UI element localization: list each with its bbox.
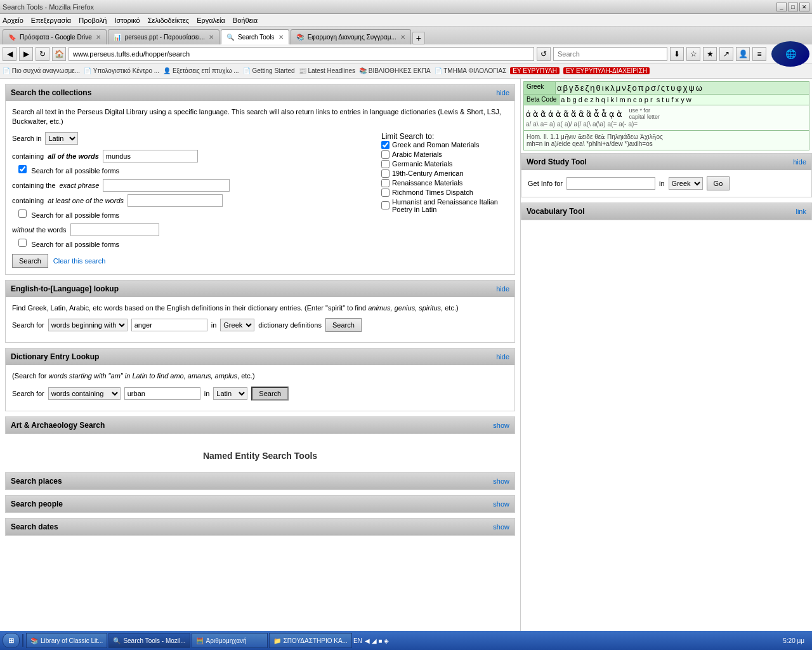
clear-search-link[interactable]: Clear this search: [53, 257, 106, 265]
bookmark-eurypyli-diah[interactable]: EY ΕΥΡΥΠΥΛΗ-ΔΙΑΧΕΙΡΙΣΗ: [563, 67, 650, 74]
dictionary-lookup-hide[interactable]: hide: [496, 353, 509, 361]
acc-10[interactable]: ἆ: [594, 109, 599, 119]
menu-tools[interactable]: Εργαλεία: [197, 17, 225, 24]
menu-view[interactable]: Προβολή: [79, 17, 107, 24]
possible-forms-checkbox-4[interactable]: [18, 239, 27, 247]
greek-iota[interactable]: ι: [602, 83, 604, 93]
search-people-show[interactable]: show: [493, 500, 509, 508]
english-search-type-select[interactable]: words beginning with words containing ex…: [48, 319, 128, 331]
tab-search-tools[interactable]: 🔍 Search Tools ✕: [221, 29, 289, 44]
reload-button[interactable]: ↻: [36, 47, 49, 61]
bookmark-eurypyli[interactable]: EY ΕΥΡΥΠΥΛΗ: [510, 67, 560, 74]
greek-sigma2[interactable]: /: [657, 83, 660, 93]
acc-13[interactable]: ἁ: [617, 109, 622, 119]
menu-file[interactable]: Αρχείο: [3, 17, 23, 24]
word-study-lang-select[interactable]: Greek Latin Arabic: [669, 177, 703, 190]
greek-nu[interactable]: ν: [622, 83, 626, 93]
bookmark-exetaseis[interactable]: 👤 Εξετάσεις επί πτυχίω ...: [163, 67, 239, 74]
english-lang-select[interactable]: Greek Latin Arabic: [220, 319, 254, 331]
bookmark-synchna[interactable]: 📄 Πιο συχνά αναγνωσμε...: [3, 67, 80, 74]
language-select[interactable]: Latin Greek: [45, 132, 78, 145]
greek-zeta[interactable]: ζ: [586, 83, 589, 93]
bookmarks-star-icon[interactable]: ☆: [686, 47, 700, 61]
bookmark-getting-started[interactable]: 📄 Getting Started: [243, 67, 295, 74]
window-controls[interactable]: _ □ ✕: [776, 3, 809, 11]
close-button[interactable]: ✕: [799, 3, 809, 11]
menu-edit[interactable]: Επεξεργασία: [31, 17, 71, 24]
acc-5[interactable]: ἁ: [556, 109, 561, 119]
tab-close-icon[interactable]: ✕: [209, 34, 214, 41]
greek-omega[interactable]: ω: [696, 83, 702, 93]
limit-19th-checkbox[interactable]: [381, 169, 390, 178]
bookmark-latest[interactable]: 📰 Latest Headlines: [299, 67, 355, 74]
search-places-show[interactable]: show: [493, 477, 509, 485]
greek-upsilon[interactable]: υ: [671, 83, 675, 93]
bookmark-ypolog[interactable]: 📄 Υπολογιστικό Κέντρο ...: [84, 67, 159, 74]
greek-sigma3[interactable]: ς: [661, 83, 665, 93]
possible-forms-checkbox-1[interactable]: [18, 165, 27, 173]
possible-forms-checkbox-3[interactable]: [18, 209, 27, 218]
greek-xi[interactable]: ξ: [627, 83, 631, 93]
containing-all-input[interactable]: [103, 150, 198, 162]
dict-search-type-select[interactable]: words containing words starting with exa…: [48, 387, 121, 400]
home-button[interactable]: 🏠: [52, 47, 66, 61]
without-input[interactable]: [70, 223, 159, 236]
exact-phrase-input[interactable]: [103, 179, 230, 192]
limit-humanist-checkbox[interactable]: [381, 201, 390, 209]
dict-lang-select[interactable]: Latin Greek Arabic: [213, 387, 247, 400]
new-tab-button[interactable]: +: [412, 32, 425, 44]
tab-perseus[interactable]: 📊 perseus.ppt - Παρουσίασει... ✕: [108, 29, 219, 44]
greek-psi[interactable]: ψ: [689, 83, 695, 93]
bookmark-vivlioth[interactable]: 📚 ΒΙΒΛΙΟΘΗΚΕΣ ΕΚΠΑ: [359, 67, 431, 74]
greek-tau[interactable]: τ: [666, 83, 669, 93]
greek-alpha[interactable]: α: [557, 83, 562, 93]
greek-beta[interactable]: β: [563, 83, 568, 93]
greek-theta[interactable]: θ: [596, 83, 601, 93]
acc-4[interactable]: ἀ: [548, 109, 554, 119]
browser-search-input[interactable]: [553, 47, 667, 61]
greek-pi[interactable]: π: [638, 83, 644, 93]
tab-close-icon[interactable]: ✕: [96, 34, 101, 41]
acc-6[interactable]: ἄ: [563, 109, 569, 119]
word-study-go-button[interactable]: Go: [707, 176, 730, 190]
taskbar-spoud[interactable]: 📁 ΣΠΟΥΔΑΣΤΗΡΙΟ ΚΑ...: [269, 633, 352, 648]
word-study-input[interactable]: [566, 177, 655, 190]
english-lookup-hide[interactable]: hide: [496, 285, 509, 293]
tab-efarmogi[interactable]: 📚 Εφαρμογη Διανομης Συγγραμ... ✕: [291, 29, 411, 44]
search-collections-hide[interactable]: hide: [496, 89, 509, 96]
greek-kappa[interactable]: κ: [605, 83, 610, 93]
greek-sigma[interactable]: σ: [651, 83, 656, 93]
english-search-button[interactable]: Search: [325, 318, 362, 332]
forward-button[interactable]: ▶: [19, 47, 33, 61]
taskbar-library[interactable]: 📚 Library of Classic Lit...: [26, 633, 107, 648]
acc-11[interactable]: ἇ: [601, 109, 607, 119]
tab-google-drive[interactable]: 🔖 Πρόσφατα - Google Drive ✕: [3, 29, 107, 44]
start-button[interactable]: ⊞: [3, 633, 20, 648]
english-search-input[interactable]: [131, 319, 207, 331]
dict-search-input[interactable]: [124, 387, 200, 400]
taskbar-search-tools[interactable]: 🔍 Search Tools - Mozil...: [108, 633, 190, 648]
acc-8[interactable]: ἂ: [579, 109, 584, 119]
menu-icon[interactable]: ≡: [752, 47, 766, 61]
menu-history[interactable]: Ιστορικό: [114, 17, 140, 24]
acc-3[interactable]: ᾶ: [540, 109, 546, 119]
limit-renaissance-checkbox[interactable]: [381, 179, 390, 187]
greek-mu[interactable]: μ: [616, 83, 621, 93]
vocabulary-link[interactable]: link: [796, 208, 806, 215]
tab-close-icon[interactable]: ✕: [400, 34, 405, 41]
word-study-hide[interactable]: hide: [793, 158, 806, 166]
search-dates-show[interactable]: show: [493, 523, 509, 531]
greek-delta[interactable]: δ: [575, 83, 579, 93]
acc-7[interactable]: ἅ: [571, 109, 577, 119]
greek-phi[interactable]: φ: [676, 83, 681, 93]
acc-1[interactable]: ά: [526, 109, 531, 119]
limit-greek-roman-checkbox[interactable]: [381, 141, 390, 149]
limit-germanic-checkbox[interactable]: [381, 160, 390, 168]
bookmark-list-icon[interactable]: ★: [703, 47, 717, 61]
acc-2[interactable]: ὰ: [533, 109, 539, 119]
maximize-button[interactable]: □: [788, 3, 798, 11]
at-least-input[interactable]: [128, 194, 223, 207]
back-button[interactable]: ◀: [3, 47, 16, 61]
greek-omicron[interactable]: ο: [632, 83, 636, 93]
user-icon[interactable]: 👤: [736, 47, 750, 61]
